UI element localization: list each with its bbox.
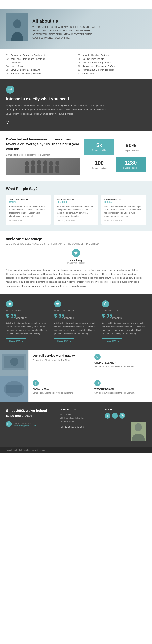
- svg-point-4: [31, 160, 35, 165]
- svg-point-21: [97, 356, 98, 358]
- testimonials-title: What People Say?: [6, 187, 146, 191]
- service-item-website-design: WEBSITE DESIGN Sample text. Click to sel…: [90, 376, 152, 402]
- testimonial-card-3: OLGA IVANOVA DESIGN Proin sed libero eni…: [101, 195, 146, 224]
- hero-subtitle: WE PROVIDE FLEXIBLE AND 24/7 ONLINE LEAR…: [32, 26, 103, 40]
- list-item: 12. Consultants: [78, 72, 146, 75]
- service-title-1: ONLINE RESEARCH: [94, 362, 148, 364]
- people-silhouette: [6, 158, 80, 175]
- testimonial-name-2: NICK JHONSON: [57, 198, 95, 201]
- svg-point-8: [43, 160, 47, 165]
- list-item: 09. Waste Reduction Equipment: [78, 61, 146, 64]
- service-main-title: Our call service world quality: [33, 354, 86, 357]
- stats-title: We've helped businesses increase their r…: [6, 137, 80, 151]
- testimonial-name-1: STELLA LARSON: [9, 198, 48, 201]
- read-more-btn-1[interactable]: READ MORE: [6, 338, 26, 344]
- service-main-content: Our call service world quality Sample te…: [28, 350, 90, 376]
- dark-section-inner: Intense is exactly what you need Tempus …: [6, 86, 107, 125]
- svg-rect-14: [56, 302, 59, 304]
- read-more-btn-3[interactable]: READ MORE: [102, 338, 122, 344]
- footer: Since 2002, we've helped raise more than…: [0, 402, 152, 447]
- stat-box-4: 1230 Sample Headline: [116, 156, 146, 172]
- stat-value-1: 5k: [87, 142, 111, 148]
- social-icons: f t: [105, 413, 146, 418]
- pricing-office: PRIVATE OFFICE $ 95/monthly Article evid…: [102, 300, 146, 344]
- stats-left: We've helped businesses increase their r…: [6, 137, 80, 174]
- testimonials-grid: STELLA LARSON MANAGER Proin sed libero e…: [6, 195, 146, 224]
- stats-team-image: [6, 158, 80, 175]
- service-title-3: WEBSITE DESIGN: [94, 388, 148, 390]
- services-list-left: 01. Component Production Equipment 02. W…: [6, 54, 74, 75]
- office-icon: [102, 300, 109, 308]
- list-item: 02. Wall Panel Framing and Sheathing: [6, 57, 74, 61]
- stat-box-1: 5k Sample Headline: [84, 139, 114, 155]
- testimonial-text-1: Proin sed libero enim sed faucibus turpi…: [9, 205, 48, 218]
- read-more-btn-2[interactable]: READ MORE: [54, 338, 74, 344]
- footer-email-block: EMAIL ADDRESS SAMPLE@INFO.COM: [14, 422, 36, 427]
- footer-left: Since 2002, we've helped raise more than…: [6, 408, 55, 441]
- footer-contact: CONTACT US 25000 Walnut,Mt.LO undefined …: [60, 408, 101, 441]
- services-list-section: 01. Component Production Equipment 02. W…: [0, 49, 152, 80]
- welcome-author: Nick Perry Image from Freepik: [6, 249, 146, 264]
- pricing-text-3: Article evident arrived express highest …: [102, 322, 146, 335]
- navigation: ☰: [0, 0, 152, 9]
- service-text-2: Sample text. Click to select the Text El…: [33, 391, 86, 394]
- svg-rect-26: [96, 382, 99, 384]
- stat-value-2: 60%: [119, 142, 143, 149]
- pricing-text-1: Article evident arrived express highest …: [6, 322, 50, 335]
- email-value: SAMPLE@INFO.COM: [14, 424, 36, 427]
- contact-phone: Tel: (111) 360 336 663: [60, 425, 101, 428]
- svg-point-0: [13, 20, 21, 28]
- hero-title: All about us: [32, 18, 103, 24]
- stats-section: We've helped businesses increase their r…: [0, 131, 152, 180]
- welcome-text: Article evident arrived express highest …: [6, 268, 146, 288]
- dark-section: Intense is exactly what you need Tempus …: [0, 80, 152, 131]
- svg-point-10: [49, 161, 53, 166]
- pricing-price-2: $ 65/monthly: [54, 313, 98, 320]
- list-item: 03. Equipment: [6, 61, 74, 64]
- testimonial-date-3: MONDAY, JUNE 2020: [104, 220, 143, 222]
- list-item: 06. Automated Measuring Systems: [6, 72, 74, 75]
- dark-title: Intense is exactly what you need: [6, 97, 107, 101]
- tel-label: Tel:: [60, 425, 64, 428]
- list-item: 11. Plant Layout Experts/Production: [78, 68, 146, 72]
- testimonials-section: What People Say? STELLA LARSON MANAGER P…: [0, 181, 152, 231]
- list-item: 05. Saws-Component, Radial Arm: [6, 68, 74, 72]
- stat-label-3: Sample Headline: [87, 167, 111, 169]
- contact-address: 25000 Walnut,Mt.LO undefined Lafayette,C…: [60, 413, 101, 423]
- services-bottom-row: SOCIAL MEDIA Sample text. Click to selec…: [0, 376, 152, 402]
- instagram-icon[interactable]: [119, 413, 125, 418]
- arrow-down-icon[interactable]: ∨: [6, 120, 107, 125]
- website-design-icon: [94, 380, 101, 386]
- services-cards-section: Our call service world quality Sample te…: [0, 350, 152, 402]
- twitter-social-icon[interactable]: t: [112, 413, 118, 418]
- online-research-icon: [94, 354, 101, 360]
- stats-boxes: 5k Sample Headline 60% Sample Headline 1…: [84, 139, 146, 172]
- facebook-icon[interactable]: f: [105, 413, 111, 418]
- service-text-3: Sample text. Click to select the Text El…: [94, 391, 148, 394]
- testimonial-name-3: OLGA IVANOVA: [104, 198, 143, 201]
- list-item: 08. Roll-Off Truss Trailers: [78, 57, 146, 61]
- stat-box-3: 100 Sample Headline: [84, 156, 114, 172]
- pricing-label-1: MEMBERSHIP: [6, 310, 50, 312]
- list-item: 10. Replacement Production Surfaces: [78, 64, 146, 68]
- pricing-text-2: Article evident arrived express highest …: [54, 322, 98, 335]
- membership-icon: [6, 300, 13, 308]
- desk-icon: [54, 300, 61, 308]
- service-title-2: SOCIAL MEDIA: [33, 388, 86, 390]
- svg-rect-7: [37, 165, 41, 173]
- svg-point-33: [135, 423, 142, 431]
- stat-value-4: 1230: [119, 160, 143, 166]
- author-sub: Image from Freepik: [67, 262, 85, 264]
- stats-subtitle: Sample text. Click to select the Text El…: [6, 154, 80, 156]
- testimonial-role-1: MANAGER: [9, 201, 48, 203]
- list-item: 01. Component Production Equipment: [6, 54, 74, 57]
- hamburger-icon[interactable]: ☰: [4, 2, 7, 6]
- svg-point-20: [10, 358, 18, 366]
- svg-rect-5: [31, 165, 35, 173]
- svg-line-22: [98, 358, 99, 358]
- email-label: EMAIL ADDRESS: [14, 422, 36, 424]
- welcome-subtitle: WE DWELLING ELEGANCE DO SHUTTERS APPETIT…: [6, 242, 146, 245]
- footer-bottom-text: Sample text. Click to select the Text El…: [6, 449, 146, 451]
- welcome-section: Welcome Message WE DWELLING ELEGANCE DO …: [0, 231, 152, 294]
- footer-since-text: Since 2002, we've helped raise more than: [6, 408, 55, 418]
